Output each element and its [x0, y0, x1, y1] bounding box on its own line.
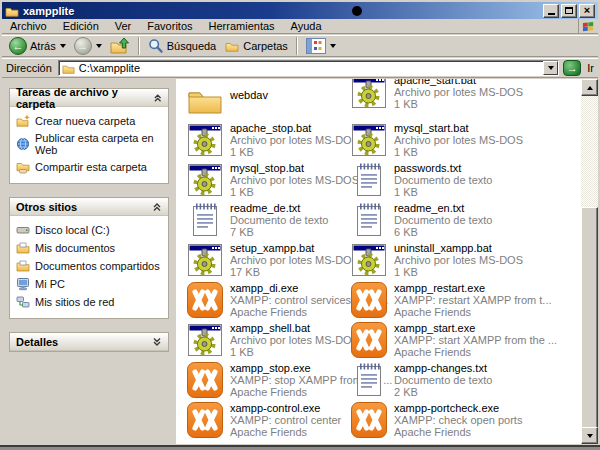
toolbar-separator [296, 37, 298, 55]
file-tile-mysql-stop[interactable]: mysql_stop.bat Archivo por lotes MS-DOS … [186, 161, 350, 201]
address-input[interactable]: C:\xampplite [58, 60, 559, 76]
task-label: Compartir esta carpeta [35, 161, 147, 173]
folder-icon [5, 4, 19, 18]
file-description: XAMPP: check open ports [394, 414, 522, 426]
file-tile-xampp-control[interactable]: xampp-control.exe XAMPP: control center … [186, 401, 350, 441]
documents-folder-icon [16, 241, 30, 255]
forward-button[interactable]: → [71, 36, 105, 56]
file-tile-setup-xampp[interactable]: setup_xampp.bat Archivo por lotes MS-DOS… [186, 241, 350, 281]
scroll-down-button[interactable] [581, 427, 598, 444]
folders-icon [224, 39, 240, 53]
menu-herramientas[interactable]: Herramientas [201, 19, 283, 33]
bat-file-icon [186, 241, 224, 279]
black-dot [352, 6, 362, 16]
scroll-up-button[interactable] [581, 79, 598, 96]
section-header-details[interactable]: Detalles [10, 333, 168, 351]
task-label: Crear nueva carpeta [35, 115, 135, 127]
maximize-icon [565, 7, 573, 14]
file-tile-webdav[interactable]: webdav [186, 81, 350, 121]
up-button[interactable] [107, 36, 133, 56]
menu-ver[interactable]: Ver [107, 19, 140, 33]
place-network[interactable]: Mis sitios de red [16, 293, 164, 311]
menu-ayuda[interactable]: Ayuda [283, 19, 330, 33]
section-file-tasks: Tareas de archivo y carpeta Crear nueva … [9, 88, 169, 184]
minimize-button[interactable] [543, 4, 559, 18]
xampp-app-icon [350, 281, 388, 319]
task-create-folder[interactable]: Crear nueva carpeta [16, 112, 164, 130]
xampp-app-icon [350, 401, 388, 439]
disk-drive-icon [16, 223, 30, 237]
network-icon [16, 295, 30, 309]
close-icon: × [584, 5, 590, 16]
file-tile-xampp-stop[interactable]: xampp_stop.exe XAMPP: stop XAMPP from th… [186, 361, 350, 401]
text-file-icon [350, 161, 388, 199]
xampp-app-icon [186, 281, 224, 319]
menu-edicion[interactable]: Edición [55, 19, 107, 33]
menu-favoritos[interactable]: Favoritos [139, 19, 200, 33]
views-icon [306, 38, 326, 54]
file-tile-xampp-shell[interactable]: xampp_shell.bat Archivo por lotes MS-DOS… [186, 321, 350, 361]
file-type: Archivo por lotes MS-DOS [230, 134, 359, 146]
file-tile-xampp-changes[interactable]: xampp-changes.txt Documento de texto 2 K… [350, 361, 550, 401]
section-title: Tareas de archivo y carpeta [16, 86, 153, 110]
file-name: xampp-portcheck.exe [394, 402, 522, 414]
scrollbar-thumb[interactable] [581, 207, 598, 430]
address-value: C:\xampplite [79, 62, 543, 74]
file-name: setup_xampp.bat [230, 242, 359, 254]
file-type: Documento de texto [230, 214, 328, 226]
menu-bar: Archivo Edición Ver Favoritos Herramient… [2, 19, 598, 34]
file-tile-apache-stop[interactable]: apache_stop.bat Archivo por lotes MS-DOS… [186, 121, 350, 161]
file-tile-readme-en[interactable]: readme_en.txt Documento de texto 6 KB [350, 201, 550, 241]
close-button[interactable]: × [579, 4, 595, 18]
views-dropdown-icon[interactable] [330, 44, 336, 48]
folders-button[interactable]: Carpetas [221, 36, 291, 56]
vertical-scrollbar[interactable] [581, 79, 598, 444]
place-local-disk[interactable]: Disco local (C:) [16, 221, 164, 239]
views-button[interactable] [303, 36, 339, 56]
bat-file-icon [350, 79, 388, 111]
maximize-button[interactable] [561, 4, 577, 18]
file-tile-uninstall-xampp[interactable]: uninstall_xampp.bat Archivo por lotes MS… [350, 241, 550, 281]
file-tile-xampp-start[interactable]: xampp_start.exe XAMPP: start XAMPP from … [350, 321, 550, 361]
file-tile-xampp-portcheck[interactable]: xampp-portcheck.exe XAMPP: check open po… [350, 401, 550, 441]
file-tile-passwords[interactable]: passwords.txt Documento de texto 1 KB [350, 161, 550, 201]
place-label: Documentos compartidos [35, 260, 160, 272]
task-share-folder[interactable]: Compartir esta carpeta [16, 158, 164, 176]
file-tile-readme-de[interactable]: readme_de.txt Documento de texto 7 KB [186, 201, 350, 241]
file-publisher: Apache Friends [394, 306, 552, 318]
menu-archivo[interactable]: Archivo [2, 19, 55, 33]
title-bar[interactable]: xampplite × [2, 2, 598, 19]
forward-dropdown-icon[interactable] [96, 44, 102, 48]
place-my-pc[interactable]: Mi PC [16, 275, 164, 293]
section-header-file-tasks[interactable]: Tareas de archivo y carpeta [10, 89, 168, 107]
file-name: apache_stop.bat [230, 122, 359, 134]
file-tile-xampp-di[interactable]: xampp_di.exe XAMPP: control services fro… [186, 281, 350, 321]
up-folder-icon [110, 37, 130, 55]
toolbar: ← Atrás → Búsqueda Carpetas [2, 35, 598, 57]
file-tile-apache-start[interactable]: apache_start.bat Archivo por lotes MS-DO… [350, 79, 550, 121]
place-shared-documents[interactable]: Documentos compartidos [16, 257, 164, 275]
minimize-icon [548, 13, 555, 15]
file-tile-xampp-restart[interactable]: xampp_restart.exe XAMPP: restart XAMPP f… [350, 281, 550, 321]
chevron-down-icon [152, 337, 162, 347]
section-title: Otros sitios [16, 201, 77, 213]
go-button[interactable]: → [563, 60, 581, 76]
text-file-icon [350, 201, 388, 239]
file-description: XAMPP: start XAMPP from the ... [394, 334, 557, 346]
section-details: Detalles [9, 332, 169, 352]
file-name: mysql_stop.bat [230, 162, 359, 174]
shared-documents-icon [16, 259, 30, 273]
task-publish-web[interactable]: Publicar esta carpeta en Web [16, 130, 164, 158]
file-tile-mysql-start[interactable]: mysql_start.bat Archivo por lotes MS-DOS… [350, 121, 550, 161]
file-size: 1 KB [230, 186, 359, 198]
section-header-other-places[interactable]: Otros sitios [10, 198, 168, 216]
place-my-documents[interactable]: Mis documentos [16, 239, 164, 257]
back-button[interactable]: ← Atrás [6, 36, 69, 56]
file-size: 1 KB [230, 346, 359, 358]
search-button[interactable]: Búsqueda [145, 36, 220, 56]
address-dropdown-button[interactable] [543, 61, 558, 75]
back-dropdown-icon[interactable] [60, 44, 66, 48]
folders-label: Carpetas [243, 40, 288, 52]
file-name: xampp_restart.exe [394, 282, 552, 294]
file-size: 1 KB [230, 146, 359, 158]
